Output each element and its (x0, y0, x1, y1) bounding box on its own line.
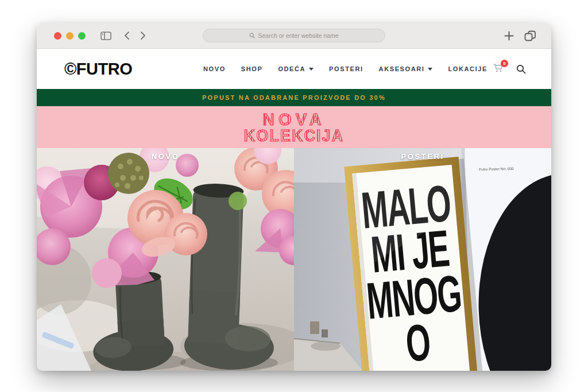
nav-item-aksesoari[interactable]: AKSESOARI (379, 65, 433, 72)
tile-posteri[interactable]: POSTERI (294, 148, 551, 371)
sidebar-icon[interactable] (100, 32, 111, 40)
cart-badge: 0 (501, 60, 508, 67)
search-icon (249, 33, 255, 38)
window-controls (54, 32, 86, 40)
tile-posteri-label: POSTERI (294, 152, 551, 161)
tile-novo-label: NOVO (37, 152, 294, 161)
new-tab-plus-icon[interactable] (504, 31, 514, 41)
category-tiles: NOVO (37, 148, 551, 371)
browser-chrome: Search or enter website name (37, 23, 551, 49)
nav-item-novo[interactable]: NOVO (203, 65, 226, 72)
hero-title-line2: KOLEKCIJA (244, 127, 344, 143)
main-nav: NOVO SHOP ODEĆA POSTERI AKSESOARI LOKACI… (203, 65, 488, 72)
hero-section: NOVA KOLEKCIJA (37, 106, 551, 148)
show-tabs-icon[interactable] (524, 30, 536, 41)
nav-item-posteri[interactable]: POSTERI (329, 65, 363, 72)
back-icon[interactable] (124, 31, 130, 40)
close-window-button[interactable] (54, 32, 61, 40)
forward-icon[interactable] (140, 31, 146, 40)
flowers-in-boots-photo (37, 148, 294, 371)
hero-title-line1: NOVA (262, 111, 326, 127)
site-header: ©FUTRO NOVO SHOP ODEĆA POSTERI AKSESOARI… (37, 49, 551, 89)
promo-banner-text: POPUST NA ODABRANE PROIZVODE DO 30% (202, 94, 386, 101)
promo-banner: POPUST NA ODABRANE PROIZVODE DO 30% (37, 89, 551, 106)
browser-window: Search or enter website name ©FUTRO NOVO… (37, 23, 551, 371)
address-bar[interactable]: Search or enter website name (203, 29, 385, 42)
poster-line-4: O (404, 313, 432, 371)
posters-photo: Futro Poster No. 000 MALO MI JE MNOG O (294, 148, 551, 371)
address-bar-placeholder: Search or enter website name (258, 32, 338, 39)
minimize-window-button[interactable] (66, 32, 74, 40)
zoom-window-button[interactable] (78, 32, 86, 40)
site-logo[interactable]: ©FUTRO (64, 60, 132, 79)
tile-novo[interactable]: NOVO (37, 148, 294, 371)
chevron-down-icon (309, 68, 314, 71)
nav-item-shop[interactable]: SHOP (241, 65, 263, 72)
cart-button[interactable]: 0 (493, 63, 504, 75)
search-icon (516, 64, 526, 74)
nav-item-lokacije[interactable]: LOKACIJE (448, 65, 487, 72)
search-button[interactable] (516, 64, 526, 74)
nav-item-odeca[interactable]: ODEĆA (278, 65, 314, 72)
chevron-down-icon (428, 68, 432, 71)
